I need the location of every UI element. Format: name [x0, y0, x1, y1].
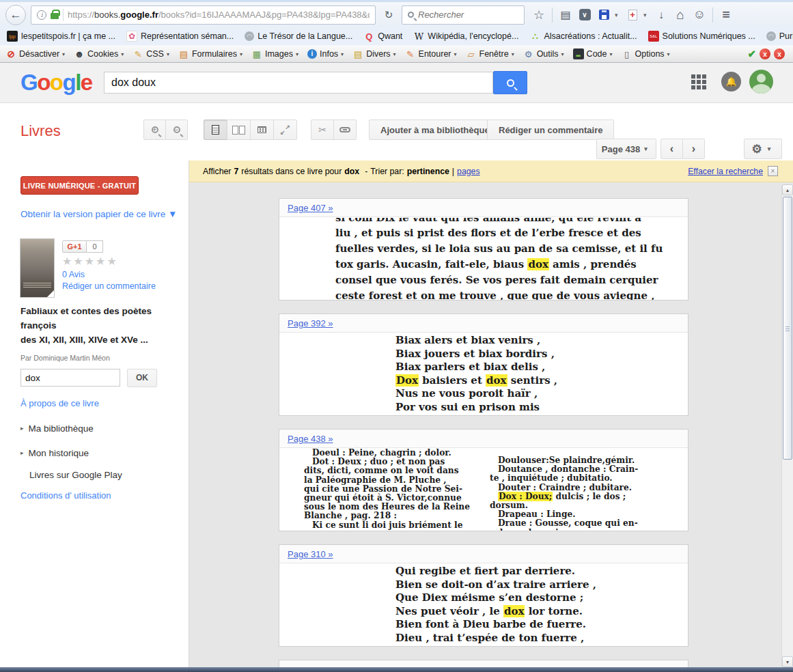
zoom-out-button[interactable]: − — [165, 120, 188, 140]
free-ebook-button[interactable]: LIVRE NUMÉRIQUE - GRATUIT — [20, 176, 139, 195]
in-book-search-input[interactable] — [20, 369, 120, 387]
scrollbar-up-arrow[interactable]: ▲ — [782, 184, 793, 195]
window-bottom-edge — [0, 667, 793, 672]
scan-text-line: Dieu , trai t’espée de ton fuerre , — [395, 632, 681, 645]
results-scrollbar[interactable]: ▲ ▼ — [781, 184, 793, 667]
back-button[interactable]: ← — [5, 5, 26, 25]
browser-search-input[interactable] — [418, 10, 500, 20]
two-page-view-button[interactable] — [227, 120, 251, 140]
terms-link[interactable]: Conditions d' utilisation — [20, 490, 189, 501]
thumbnail-view-button[interactable] — [250, 120, 274, 140]
devbar-menu-images[interactable]: ▦Images▾ — [251, 48, 298, 59]
devbar-menu-css[interactable]: ✎CSS▾ — [133, 48, 169, 59]
page-scan[interactable]: si com Dix le vaut qui les amans aime, q… — [279, 217, 688, 300]
reading-list-icon[interactable]: ▤ — [557, 6, 574, 24]
page-link[interactable]: Page 407 » — [288, 203, 333, 213]
about-book-link[interactable]: À propos de ce livre — [20, 398, 189, 408]
bookmark-solutions-numeriques[interactable]: S&LSolutions Numériques ... — [648, 31, 755, 42]
bookmark-purify[interactable]: ◠Purify — [766, 31, 793, 41]
write-review-link[interactable]: Rédiger un commentaire — [62, 281, 156, 291]
single-page-view-button[interactable] — [204, 120, 227, 140]
bookmark-qwant[interactable]: QQwant — [363, 31, 402, 42]
devbar-menu-options[interactable]: ▯Options▾ — [622, 48, 670, 59]
add-extension-icon[interactable]: + — [624, 6, 641, 24]
devbar-menu-divers[interactable]: ▤Divers▾ — [352, 48, 395, 59]
devbar-menu-infos[interactable]: iInfos▾ — [307, 49, 344, 59]
navbar-action-icons: ☆ ▤ ∨ ▾ + ▾ ↓ ⌂ ☺ ≡ — [531, 6, 734, 24]
scrollbar-thumb[interactable] — [783, 197, 792, 460]
bookmark-lespetitspois[interactable]: lpplespetitspois.fr | ça me ... — [7, 31, 115, 42]
sidebar-item-google-play[interactable]: Livres sur Google Play — [29, 470, 189, 480]
sidebar-item-my-library[interactable]: ▸ Ma bibliothèque — [20, 423, 189, 434]
gplus-button[interactable]: G+1 — [62, 240, 87, 253]
write-review-button[interactable]: Rédiger un commentaire — [487, 120, 614, 140]
clear-search-link[interactable]: Effacer la recherche — [688, 167, 763, 176]
devbar-menu-cookies[interactable]: ☻Cookies▾ — [74, 48, 124, 59]
browser-search-box[interactable] — [402, 5, 525, 25]
bookmark-tresor-de-la-langue[interactable]: ◠Le Trésor de la Langue... — [245, 31, 352, 41]
extension-dropdown-caret[interactable]: ▾ — [643, 12, 650, 18]
pocket-icon[interactable]: ∨ — [576, 6, 593, 24]
page-info-icon[interactable]: i — [37, 10, 46, 20]
validation-check-icon[interactable]: ✔ — [747, 48, 756, 60]
book-cover-thumbnail[interactable] — [20, 239, 54, 297]
url-text[interactable]: https://books.google.fr/books?id=16IJAAA… — [68, 10, 370, 20]
devbar-menu-formulaires[interactable]: ▤Formulaires▾ — [178, 48, 242, 59]
settings-dropdown-button[interactable]: ⚙▾ — [744, 139, 782, 159]
page-link[interactable]: Page 310 » — [288, 549, 333, 559]
page-selector-dropdown[interactable]: Page 438▾ — [596, 139, 656, 159]
account-avatar[interactable] — [749, 70, 773, 94]
previous-page-button[interactable]: ‹ — [660, 139, 683, 159]
in-book-search-ok-button[interactable]: OK — [127, 369, 157, 387]
scan-text: fuelles verdes, si le loia sus au pan de… — [335, 242, 663, 255]
dropdown-caret-icon: ▾ — [121, 51, 124, 57]
scrollbar-down-arrow[interactable]: ▼ — [782, 656, 793, 667]
css-error-icon[interactable]: x — [760, 48, 770, 59]
google-apps-grid-icon[interactable] — [691, 74, 706, 89]
devbar-menu-entourer[interactable]: ✎Entourer▾ — [405, 48, 457, 59]
add-to-library-button[interactable]: Ajouter à ma bibliothèque — [369, 120, 501, 140]
page-link[interactable]: Page 438 » — [288, 434, 333, 444]
link-button[interactable] — [333, 120, 357, 140]
books-search-input[interactable] — [104, 72, 493, 94]
clip-button[interactable]: ✂ — [311, 120, 334, 140]
fullscreen-button[interactable]: ↗↙ — [273, 120, 297, 140]
devbar-menu-fenetre[interactable]: ▱Fenêtre▾ — [466, 48, 514, 59]
bookmark-representation-semantique[interactable]: ✿Représentation séman... — [126, 31, 234, 42]
save-page-icon[interactable] — [596, 6, 612, 24]
hamburger-menu-icon[interactable]: ≡ — [718, 6, 734, 24]
bookmark-wikipedia[interactable]: WWikipédia, l'encyclopé... — [413, 31, 518, 42]
page-scan[interactable]: Biax alers et biax venirs ,Biax jouers e… — [279, 333, 688, 416]
home-icon[interactable]: ⌂ — [672, 6, 688, 24]
page-scan[interactable]: Qui regibe et fiert par derriere.Bien se… — [279, 563, 688, 647]
search-submit-button[interactable] — [493, 71, 527, 94]
close-notice-icon[interactable]: × — [768, 166, 778, 176]
url-bar[interactable]: i https://books.google.fr/books?id=16IJA… — [31, 5, 376, 25]
downloads-icon[interactable]: ↓ — [653, 6, 669, 24]
bookmark-alsacreations[interactable]: ∴Alsacréations : Actualit... — [529, 31, 637, 42]
scan-text-line: Qui regibe et fiert par derriere. — [395, 565, 681, 578]
page-scan[interactable]: Doeul : Peine, chagrin ; dolor.Dot : Deu… — [279, 448, 688, 531]
dropdown-caret-icon: ▾ — [561, 51, 564, 57]
sidebar-item-my-history[interactable]: ▸ Mon historique — [20, 448, 189, 458]
google-logo[interactable]: Google — [20, 70, 92, 96]
https-lock-icon[interactable] — [51, 13, 59, 19]
feedback-smiley-icon[interactable]: ☺ — [691, 6, 708, 24]
rating-stars[interactable]: ★★★★★ — [62, 255, 156, 268]
page-link[interactable]: Page 392 » — [288, 318, 333, 328]
notifications-bell-icon[interactable]: 🔔 — [721, 72, 741, 92]
result-card-header: Page 310 » — [279, 545, 688, 563]
devbar-menu-code[interactable]: ▂Code▾ — [573, 48, 613, 59]
sort-by-pages-link[interactable]: pages — [457, 167, 480, 176]
devbar-menu-desactiver[interactable]: ⊘Désactiver▾ — [5, 48, 65, 59]
zoom-in-button[interactable]: + — [143, 120, 166, 140]
next-page-button[interactable]: › — [682, 139, 705, 159]
bookmark-star-icon[interactable]: ☆ — [531, 6, 547, 24]
devbar-menu-outils[interactable]: ⚙Outils▾ — [523, 48, 564, 59]
reviews-count-link[interactable]: 0 Avis — [62, 270, 156, 279]
reload-button[interactable]: ↻ — [380, 6, 397, 24]
js-error-icon[interactable]: x — [774, 48, 785, 59]
get-print-version-link[interactable]: Obtenir la version papier de ce livre ▼ — [20, 209, 189, 219]
sort-by-relevance[interactable]: pertinence — [407, 167, 449, 176]
save-dropdown-caret[interactable]: ▾ — [615, 12, 622, 18]
